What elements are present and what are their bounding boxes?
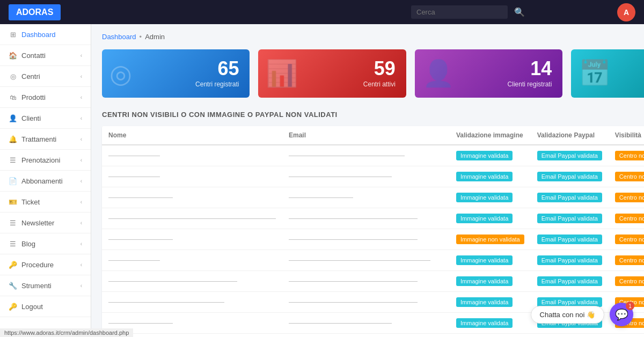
avatar[interactable]: A (617, 3, 635, 21)
sidebar-item-blog[interactable]: ☰ Blog ‹ (0, 233, 91, 254)
sidebar-icon-strumenti: 🔧 (9, 281, 17, 290)
sidebar-item-abbonamenti[interactable]: 📄 Abbonamenti ‹ (0, 171, 91, 192)
col-header: Visibilità (609, 126, 644, 145)
vis-badge: Centro non visibile (615, 276, 644, 286)
sidebar-chevron: ‹ (80, 157, 82, 163)
cell-img-validation: Immagine validata (450, 166, 531, 187)
sidebar-chevron: ‹ (80, 53, 82, 58)
main-content: Dashboard • Admin ◎ 65 Centri registrati… (91, 24, 644, 337)
sidebar-icon-centri: ◎ (9, 72, 17, 80)
sidebar-item-prenotazioni[interactable]: ☰ Prenotazioni ‹ (0, 150, 91, 171)
cell-img-validation: Immagine validata (450, 292, 531, 313)
cell-img-validation: Immagine non validata (450, 229, 531, 250)
img-badge: Immagine validata (456, 297, 513, 307)
sidebar-item-contatti[interactable]: 🏠 Contatti ‹ (0, 45, 91, 66)
col-header: Nome (102, 126, 282, 145)
brand-logo[interactable]: ADORAS (9, 4, 61, 20)
sidebar-item-trattamenti[interactable]: 🔔 Trattamenti ‹ (0, 129, 91, 150)
table-row: ———————— —————————————————— Immagine val… (102, 145, 644, 166)
cell-email: ———————————————————————— (282, 334, 450, 338)
table-row: —————————— ———————————————————— Immagine… (102, 229, 644, 250)
cell-visibility: Centro non visibile (609, 271, 644, 292)
search-icon[interactable]: 🔍 (514, 7, 611, 17)
sidebar-item-newsletter[interactable]: ☰ Newsletter ‹ (0, 213, 91, 233)
sidebar-chevron: ‹ (80, 283, 82, 289)
sidebar-icon-dashboard: ⊞ (9, 30, 17, 39)
cell-email: ———————————————————— (282, 229, 450, 250)
breadcrumb-dashboard[interactable]: Dashboard (102, 33, 136, 41)
img-badge: Immagine validata (456, 255, 513, 265)
table-header: NomeEmailValidazione immagineValidazione… (102, 126, 644, 145)
cell-nome: —————————————————————————— (102, 208, 282, 229)
paypal-badge: Email Paypal validata (537, 172, 602, 181)
sidebar-icon-ticket: 🎫 (9, 197, 17, 206)
breadcrumb-current: Admin (145, 33, 165, 41)
cell-nome: ———————— (102, 166, 282, 187)
sidebar-chevron: ‹ (80, 220, 82, 226)
vis-badge: Centro non visibile (615, 255, 644, 265)
table-row: ———————— —————————————————————— Immagine… (102, 250, 644, 271)
cell-paypal-validation: Email Paypal validata (531, 334, 609, 338)
stat-card-3: 📅 5 Totale prenotazioni (571, 49, 644, 98)
cell-nome: ———————— (102, 250, 282, 271)
cell-paypal-validation: Email Paypal validata (531, 250, 609, 271)
sidebar-label: Blog (21, 240, 35, 248)
sidebar-item-strumenti[interactable]: 🔧 Strumenti ‹ (0, 275, 91, 296)
vis-badge: Centro non visibile (615, 172, 644, 181)
breadcrumb-sep: • (140, 33, 142, 41)
cell-paypal-validation: Email Paypal validata (531, 187, 609, 208)
sidebar-icon-prenotazioni: ☰ (9, 156, 17, 164)
layout: ⊞ Dashboard 🏠 Contatti ‹ ◎ Centri ‹ 🛍 Pr… (0, 24, 644, 337)
img-badge: Immagine validata (456, 193, 513, 202)
sidebar-chevron: ‹ (80, 74, 82, 79)
stat-number: 14 (530, 59, 552, 78)
col-header: Email (282, 126, 450, 145)
chat-widget: Chatta con noi 👋 💬 1 (531, 303, 633, 326)
stat-bg-icon: 📅 (579, 58, 611, 89)
breadcrumb: Dashboard • Admin (102, 33, 644, 41)
search-input[interactable] (411, 5, 508, 19)
paypal-badge: Email Paypal validata (537, 235, 602, 244)
sidebar-icon-trattamenti: 🔔 (9, 135, 17, 143)
navbar: ADORAS 🔍 A (0, 0, 644, 24)
table-row: ———————— ———————————————— Immagine valid… (102, 166, 644, 187)
sidebar-item-clienti[interactable]: 👤 Clienti ‹ (0, 108, 91, 129)
sidebar-item-logout[interactable]: 🔑 Logout (0, 296, 91, 317)
cell-paypal-validation: Email Paypal validata (531, 271, 609, 292)
cell-visibility: Centro non visibile (609, 166, 644, 187)
paypal-badge: Email Paypal validata (537, 276, 602, 286)
cell-nome: ———————————————————— (102, 271, 282, 292)
sidebar-item-procedure[interactable]: 🔑 Procedure ‹ (0, 254, 91, 275)
sidebar-item-ticket[interactable]: 🎫 Ticket ‹ (0, 192, 91, 213)
stat-label: Clienti registrati (508, 80, 552, 88)
sidebar-label: Logout (21, 303, 43, 311)
cell-paypal-validation: Email Paypal validata (531, 145, 609, 166)
stats-row: ◎ 65 Centri registrati 📊 59 Centri attiv… (102, 49, 644, 98)
table-row: —————————————————————————— —————————————… (102, 208, 644, 229)
sidebar-label: Newsletter (21, 219, 54, 227)
chat-button[interactable]: 💬 1 (610, 303, 633, 326)
cell-nome: —————————— (102, 187, 282, 208)
table-row: ———————————————————— ———————————————————… (102, 271, 644, 292)
stat-number: 65 (217, 59, 239, 78)
cell-visibility: Centro non visibile (609, 187, 644, 208)
cell-img-validation: Immagine validata (450, 208, 531, 229)
sidebar-label: Trattamenti (21, 135, 56, 143)
sidebar-item-centri[interactable]: ◎ Centri ‹ (0, 66, 91, 87)
section-title: CENTRI NON VISIBILI O CON IMMAGINE O PAY… (102, 111, 644, 119)
paypal-badge: Email Paypal validata (537, 255, 602, 265)
cell-email: —————————————————— (282, 145, 450, 166)
cell-img-validation: Immagine validata (450, 187, 531, 208)
sidebar-label: Contatti (21, 52, 46, 60)
sidebar-item-prodotti[interactable]: 🛍 Prodotti ‹ (0, 87, 91, 108)
sidebar-icon-clienti: 👤 (9, 114, 17, 122)
sidebar-label: Prodotti (21, 93, 46, 101)
col-header: Validazione immagine (450, 126, 531, 145)
cell-paypal-validation: Email Paypal validata (531, 229, 609, 250)
cell-nome: —————————————————— (102, 292, 282, 313)
vis-badge: Centro non visibile (615, 193, 644, 202)
sidebar-item-dashboard[interactable]: ⊞ Dashboard (0, 24, 91, 45)
cell-img-validation: Immagine validata (450, 271, 531, 292)
cell-visibility: Centro non visibile (609, 334, 644, 338)
sidebar-label: Clienti (21, 114, 41, 122)
